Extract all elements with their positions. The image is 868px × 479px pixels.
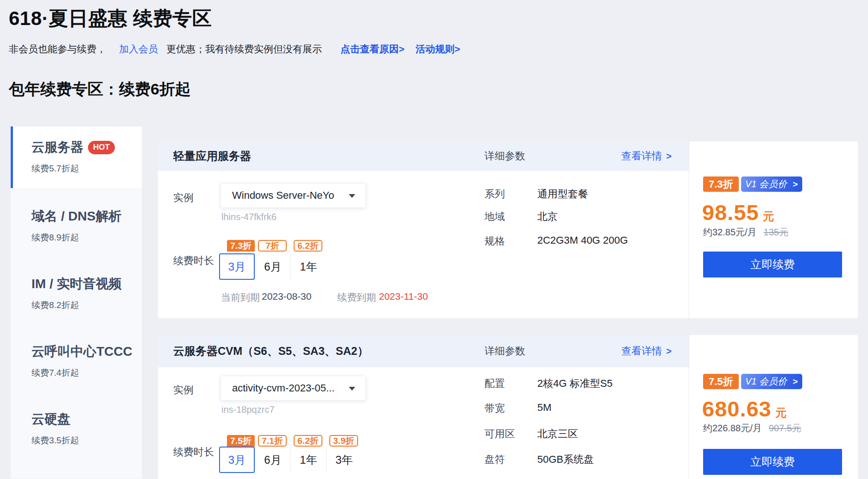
category-sidebar: 云服务器 HOT 续费5.7折起 域名 / DNS解析 续费8.9折起 IM /… (10, 126, 142, 479)
instance-select[interactable]: Windows Server-NeYo (220, 183, 366, 208)
instance-select-value: activity-cvm-2023-05... (232, 382, 334, 394)
chevron-right-icon: > (666, 346, 672, 357)
view-detail-link[interactable]: 查看详情 > (621, 344, 672, 358)
sidebar-item-discount: 续费7.4折起 (31, 367, 132, 379)
subtitle-text-1: 非会员也能参与续费， (9, 43, 106, 56)
discount-badge: 7.5折 (227, 435, 255, 447)
renew-expiry-date: 2023-11-30 (379, 291, 428, 302)
renew-now-button[interactable]: 立即续费 (703, 252, 842, 277)
original-price: 135元 (764, 226, 788, 239)
sidebar-item-tccc[interactable]: 云呼叫中心TCCC 续费7.4折起 (11, 323, 142, 391)
v1-member-price-button[interactable]: V1 会员价 > (741, 374, 802, 389)
view-detail-text: 查看详情 (621, 149, 662, 163)
spec-label: 带宽 (484, 402, 505, 416)
discount-badge: 7.1折 (258, 435, 287, 447)
subtitle-text-2: 更优惠；我有待续费实例但没有展示 (166, 43, 322, 56)
chevron-right-icon: > (793, 179, 798, 189)
price-currency: 元 (775, 405, 786, 420)
price-discount-badge: 7.5折 (703, 374, 739, 389)
price-currency: 元 (763, 209, 774, 224)
sidebar-item-discount: 续费5.7折起 (31, 163, 132, 175)
chevron-down-icon (349, 194, 355, 198)
view-detail-text: 查看详情 (621, 344, 662, 358)
join-member-link[interactable]: 加入会员 (119, 43, 158, 56)
card-title: 云服务器CVM（S6、S5、SA3、SA2） (173, 344, 368, 359)
chevron-right-icon: > (666, 151, 672, 162)
discount-badge: 6.2折 (294, 240, 322, 252)
instance-id: lhins-47fkfrk6 (221, 212, 277, 222)
spec-label: 盘符 (484, 453, 505, 466)
monthly-price: 约226.88元/月 (703, 422, 762, 435)
v1-member-label: V1 会员价 (745, 178, 787, 190)
v1-member-price-button[interactable]: V1 会员价 > (741, 176, 802, 192)
price-number: 98.55 (702, 200, 759, 225)
sidebar-item-label: 云服务器 (31, 139, 83, 156)
instance-select[interactable]: activity-cvm-2023-05... (220, 376, 366, 401)
spec-value: 2C2G3M 40G 200G (537, 234, 628, 246)
discount-badge: 7折 (258, 240, 287, 252)
spec-label: 地域 (484, 210, 505, 224)
discount-badge: 6.2折 (294, 435, 322, 447)
renew-card-lighthouse: 轻量应用服务器 详细参数 查看详情 > 实例 Windows Server-Ne… (158, 141, 858, 318)
chevron-right-icon: > (793, 377, 798, 387)
monthly-price: 约32.85元/月 (703, 226, 757, 239)
page-title: 618·夏日盛惠 续费专区 (9, 6, 212, 32)
sidebar-item-cvm[interactable]: 云服务器 HOT 续费5.7折起 (11, 126, 142, 188)
params-label: 详细参数 (484, 149, 525, 163)
spec-value: 50GB系统盘 (537, 453, 594, 466)
sidebar-item-label: 域名 / DNS解析 (31, 208, 121, 225)
hot-badge: HOT (88, 141, 115, 154)
term-tab-3year[interactable]: 3年 (326, 447, 362, 473)
card-header: 云服务器CVM（S6、S5、SA3、SA2） 详细参数 查看详情 > (158, 335, 689, 367)
sidebar-item-dns[interactable]: 域名 / DNS解析 续费8.9折起 (11, 188, 142, 256)
chevron-down-icon (349, 387, 355, 391)
card-header: 轻量应用服务器 详细参数 查看详情 > (158, 141, 689, 171)
price-number: 680.63 (702, 396, 772, 422)
spec-value: 5M (537, 402, 552, 414)
spec-value: 北京 (537, 210, 558, 224)
price-discount-badge: 7.3折 (703, 176, 739, 192)
spec-label: 配置 (484, 377, 505, 391)
renew-now-button[interactable]: 立即续费 (703, 449, 842, 475)
price-sub-row: 约32.85元/月 135元 (703, 226, 788, 239)
sidebar-item-discount: 续费3.5折起 (31, 435, 132, 447)
sidebar-item-cbs[interactable]: 云硬盘 续费3.5折起 (11, 391, 142, 459)
spec-label: 可用区 (484, 427, 515, 441)
renew-expiry-label: 续费到期 (337, 291, 376, 304)
instance-select-value: Windows Server-NeYo (232, 189, 334, 202)
sidebar-item-discount: 续费8.2折起 (31, 299, 132, 311)
spec-label: 系列 (484, 187, 505, 201)
original-price: 907.5元 (769, 422, 801, 435)
spec-label: 规格 (484, 234, 505, 248)
term-label: 续费时长 (173, 254, 214, 268)
card-title: 轻量应用服务器 (173, 149, 251, 164)
sidebar-item-discount: 续费8.9折起 (31, 232, 132, 244)
term-tab-3month[interactable]: 3月 (219, 447, 255, 473)
params-label: 详细参数 (484, 344, 525, 358)
sidebar-item-im[interactable]: IM / 实时音视频 续费8.2折起 (11, 256, 142, 323)
term-tab-3month[interactable]: 3月 (219, 253, 255, 280)
activity-rules-link[interactable]: 活动规则> (415, 43, 460, 56)
instance-label: 实例 (173, 383, 194, 397)
term-tab-1year[interactable]: 1年 (290, 253, 326, 280)
current-expiry-date: 2023-08-30 (262, 291, 311, 302)
price-amount: 680.63 元 (702, 396, 786, 422)
subtitle: 非会员也能参与续费， 加入会员 更优惠；我有待续费实例但没有展示 点击查看原因>… (9, 43, 460, 56)
price-panel: 7.3折 V1 会员价 > 98.55 元 约32.85元/月 135元 立即续… (689, 141, 858, 318)
spec-value: 2核4G 标准型S5 (537, 377, 613, 391)
view-detail-link[interactable]: 查看详情 > (621, 149, 672, 163)
current-expiry-label: 当前到期 (221, 291, 260, 304)
price-sub-row: 约226.88元/月 907.5元 (703, 422, 801, 435)
term-label: 续费时长 (173, 445, 214, 459)
sidebar-item-label: 云呼叫中心TCCC (31, 343, 132, 360)
term-tab-1year[interactable]: 1年 (290, 447, 326, 473)
term-tab-6month[interactable]: 6月 (255, 447, 290, 473)
discount-badge: 7.3折 (227, 240, 255, 252)
discount-badge: 3.9折 (329, 435, 358, 447)
sidebar-item-label: IM / 实时音视频 (31, 275, 121, 293)
price-panel: 7.5折 V1 会员价 > 680.63 元 约226.88元/月 907.5元… (689, 335, 858, 479)
renew-card-cvm: 云服务器CVM（S6、S5、SA3、SA2） 详细参数 查看详情 > 实例 ac… (158, 335, 858, 479)
v1-member-label: V1 会员价 (745, 375, 787, 388)
view-reason-link[interactable]: 点击查看原因> (340, 43, 404, 56)
term-tab-6month[interactable]: 6月 (255, 253, 290, 280)
